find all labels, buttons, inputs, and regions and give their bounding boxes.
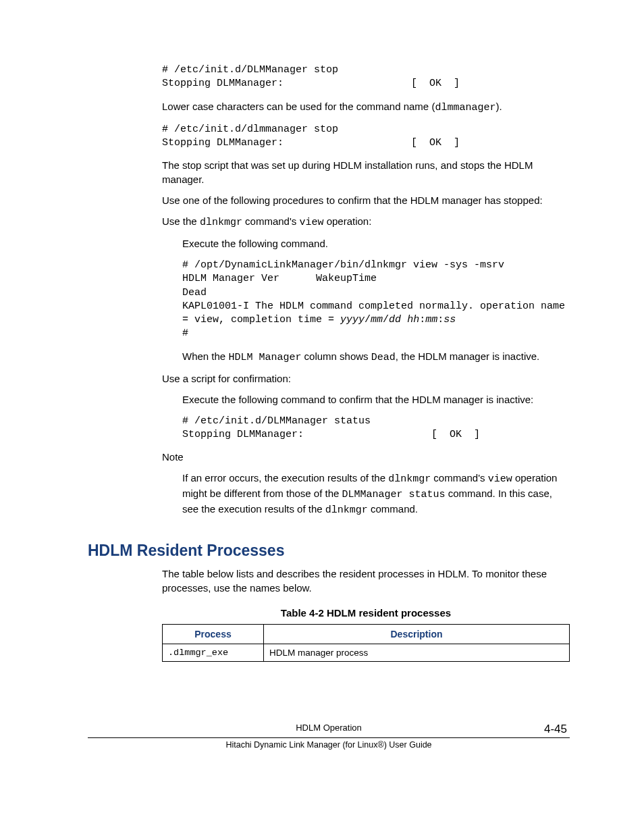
inline-code: dlnkmgr <box>200 217 242 228</box>
code-line: Stopping DLMManager: [ OK ] <box>162 78 460 89</box>
table-header-process: Process <box>163 625 264 644</box>
code-line: = view, completion time = yyyy/mm/dd hh:… <box>182 314 456 325</box>
code-line: # /etc/init.d/DLMManager status <box>182 415 371 427</box>
code-block-stop-lower: # /etc/init.d/dlmmanager stop Stopping D… <box>162 123 570 151</box>
code-line: Dead <box>182 287 207 298</box>
para-stopscript: The stop script that was set up during H… <box>162 158 570 186</box>
inline-code: dlnkmgr <box>388 473 431 485</box>
page-footer: HDLM Operation 4-45 Hitachi Dynamic Link… <box>88 723 570 750</box>
para-use-dlnkmgr: Use the dlnkmgr command's view operation… <box>162 214 570 230</box>
document-page: # /etc/init.d/DLMManager stop Stopping D… <box>0 0 644 790</box>
heading-paragraph: The table below lists and describes the … <box>162 567 570 595</box>
code-block-stop-upper: # /etc/init.d/DLMManager stop Stopping D… <box>162 63 570 91</box>
inline-code: view <box>488 473 512 485</box>
code-block-view: # /opt/DynamicLinkManager/bin/dlnkmgr vi… <box>182 259 570 341</box>
code-line: HDLM Manager Ver WakeupTime <box>182 273 377 284</box>
footer-doc-title: Hitachi Dynamic Link Manager (for Linux®… <box>88 740 570 750</box>
resident-processes-table: Process Description .dlmmgr_exe HDLM man… <box>162 624 570 662</box>
para-lowercase-note: Lower case characters can be used for th… <box>162 99 570 115</box>
code-line: # /opt/DynamicLinkManager/bin/dlnkmgr vi… <box>182 259 504 271</box>
indent-block: Execute the following command to confirm… <box>182 392 570 442</box>
indent-block: Execute the following command. # /opt/Dy… <box>182 236 570 365</box>
table-header-description: Description <box>264 625 570 644</box>
inline-code: view <box>299 217 323 228</box>
note-paragraph: If an error occurs, the execution result… <box>182 471 570 517</box>
para-exec-following: Execute the following command. <box>182 236 570 251</box>
para-confirm-intro: Use one of the following procedures to c… <box>162 193 570 207</box>
code-line: Stopping DLMManager: [ OK ] <box>182 429 480 440</box>
section-content: The table below lists and describes the … <box>162 567 570 662</box>
para-when-dead: When the HDLM Manager column shows Dead,… <box>182 349 570 365</box>
table-row: .dlmmgr_exe HDLM manager process <box>163 644 570 662</box>
body-content: # /etc/init.d/DLMManager stop Stopping D… <box>162 63 570 517</box>
code-line: # <box>182 328 188 339</box>
para-use-script: Use a script for confirmation: <box>162 371 570 386</box>
code-line: # /etc/init.d/dlmmanager stop <box>162 124 338 135</box>
inline-code: DLMManager status <box>342 489 446 500</box>
table-cell-process: .dlmmgr_exe <box>163 644 264 662</box>
code-line: # /etc/init.d/DLMManager stop <box>162 64 338 76</box>
code-block-status: # /etc/init.d/DLMManager status Stopping… <box>182 415 570 442</box>
footer-top-line: HDLM Operation 4-45 <box>88 723 570 738</box>
inline-code: Dead <box>371 352 396 363</box>
section-heading: HDLM Resident Processes <box>88 542 570 560</box>
table-cell-description: HDLM manager process <box>264 644 570 662</box>
code-line: Stopping DLMManager: [ OK ] <box>162 137 460 149</box>
note-body: If an error occurs, the execution result… <box>182 471 570 517</box>
para-exec-confirm: Execute the following command to confirm… <box>182 392 570 407</box>
inline-code: dlmmanager <box>435 102 495 113</box>
inline-code: dlnkmgr <box>325 504 368 516</box>
code-line: KAPL01001-I The HDLM command completed n… <box>182 301 571 312</box>
table-caption: Table 4-2 HDLM resident processes <box>162 607 570 619</box>
note-label: Note <box>162 450 570 464</box>
inline-code: HDLM Manager <box>228 352 301 363</box>
footer-section-title: HDLM Operation <box>88 723 570 733</box>
